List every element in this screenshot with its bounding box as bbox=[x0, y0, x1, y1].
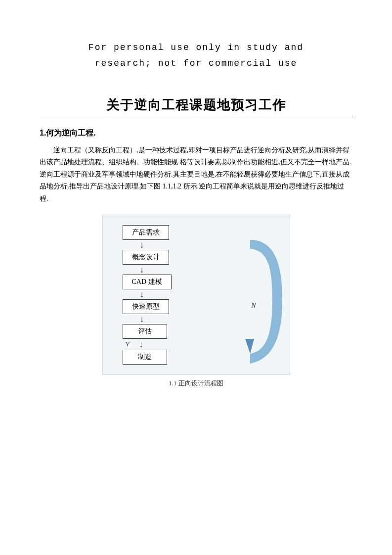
arrow-down-5: ↓ bbox=[139, 339, 143, 350]
main-title: 关于逆向工程课题地预习工作 bbox=[40, 96, 352, 114]
flow-box-3: CAD 建模 bbox=[123, 275, 172, 289]
section1-paragraph: 逆向工程（又称反向工程）,是一种技术过程,即对一项目标产品进行逆向分析及研究,从… bbox=[40, 144, 352, 205]
watermark-line1: For personal use only in study and bbox=[40, 40, 352, 55]
arrow-3: ↓ bbox=[123, 289, 144, 299]
page: For personal use only in study and resea… bbox=[0, 0, 392, 555]
diagram-inner: 产品需求 ↓ 概念设计 ↓ CAD 建模 ↓ 快速原型 ↓ bbox=[102, 215, 290, 375]
watermark-line2: research; not for commercial use bbox=[40, 55, 352, 71]
title-underline bbox=[40, 118, 352, 118]
flow-box-2: 概念设计 bbox=[123, 250, 169, 265]
arrow-4: ↓ bbox=[123, 314, 144, 324]
arrow-down-4: ↓ bbox=[140, 314, 144, 324]
flow-box-5: 评估 bbox=[123, 324, 167, 339]
arrow-down-3: ↓ bbox=[140, 289, 144, 300]
curved-arrow-svg bbox=[235, 235, 285, 393]
flow-box-1: 产品需求 bbox=[123, 225, 169, 240]
flow-box-4: 快速原型 bbox=[123, 299, 169, 314]
arrow-down-1: ↓ bbox=[140, 240, 144, 250]
flow-items: 产品需求 ↓ 概念设计 ↓ CAD 建模 ↓ 快速原型 ↓ bbox=[118, 225, 172, 365]
section1-heading: 1.何为逆向工程. bbox=[40, 128, 352, 139]
arrow-down-2: ↓ bbox=[140, 265, 144, 275]
arrow-1: ↓ bbox=[123, 240, 144, 250]
title-section: 关于逆向工程课题地预习工作 bbox=[40, 96, 352, 118]
y-label: Y bbox=[126, 340, 130, 348]
watermark-section: For personal use only in study and resea… bbox=[40, 30, 352, 72]
arrow-2: ↓ bbox=[123, 265, 144, 275]
diagram-caption: 1.1 正向设计流程图 bbox=[40, 379, 352, 388]
diagram-container: 产品需求 ↓ 概念设计 ↓ CAD 建模 ↓ 快速原型 ↓ bbox=[40, 215, 352, 375]
flow-box-6: 制造 bbox=[123, 350, 167, 365]
